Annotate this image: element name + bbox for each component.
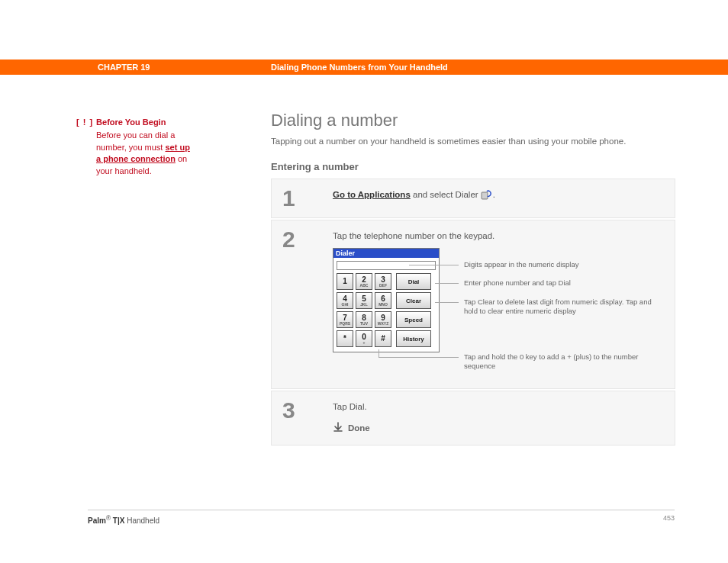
keypad-key-2[interactable]: 2ABC (356, 273, 372, 290)
main-content: Dialing a number Tapping out a number on… (271, 111, 675, 447)
dial-button[interactable]: Dial (396, 273, 431, 290)
done-arrow-icon (333, 422, 343, 434)
done-label: Done (348, 423, 370, 433)
clear-button[interactable]: Clear (396, 292, 431, 309)
callout-lead (378, 349, 379, 357)
callout-lead (435, 302, 459, 303)
byb-text: Before you can dial a number, you must s… (76, 130, 191, 177)
keypad-key-*[interactable]: * (337, 330, 353, 347)
footer-brand: Palm® T|X Handheld (88, 514, 159, 525)
speed-button[interactable]: Speed (396, 311, 431, 328)
callout-plus-key: Tap and hold the 0 key to add a + (plus)… (464, 352, 639, 372)
callout-lead (409, 265, 459, 265)
brand-name: Palm (88, 516, 106, 525)
chapter-label: CHAPTER 19 (98, 63, 150, 72)
step-2: 2 Tap the telephone number on the keypad… (271, 220, 675, 389)
callout-enter-number: Enter phone number and tap Dial (464, 278, 571, 288)
callout-digits-display: Digits appear in the numeric display (464, 260, 579, 269)
keypad-key-0[interactable]: 0+ (356, 330, 372, 347)
step-body: Go to Applications and select Dialer . (325, 179, 675, 217)
step-3: 3 Tap Dial. Done (271, 391, 675, 446)
step-number: 3 (272, 391, 325, 445)
dialer-screen: Dialer 12ABC3DEF4GHI5JKL6MNO7PQRS8TUV9WX… (333, 248, 440, 352)
numeric-display (337, 261, 436, 270)
before-you-begin-box: [ ! ]Before You Begin Before you can dia… (76, 117, 191, 177)
footer-divider (88, 510, 675, 510)
go-to-applications-link[interactable]: Go to Applications (333, 190, 411, 199)
chapter-header: CHAPTER 19 Dialing Phone Numbers from Yo… (0, 60, 728, 75)
keypad: 12ABC3DEF4GHI5JKL6MNO7PQRS8TUV9WXYZ*0+# (337, 273, 391, 347)
side-buttons: DialClearSpeedHistory (396, 273, 431, 347)
keypad-key-9[interactable]: 9WXYZ (375, 311, 391, 328)
svg-rect-0 (482, 192, 488, 199)
step2-text: Tap the telephone number on the keypad. (333, 231, 664, 240)
history-button[interactable]: History (396, 330, 431, 347)
brand-suffix: Handheld (124, 516, 159, 525)
alert-icon: [ ! ] (76, 117, 93, 128)
byb-label: Before You Begin (96, 117, 166, 127)
step1-text: and select Dialer (411, 190, 481, 199)
dialer-titlebar: Dialer (333, 249, 439, 258)
subheading: Entering a number (271, 161, 675, 172)
step-body: Tap Dial. Done (325, 391, 675, 445)
steps-list: 1 Go to Applications and select Dialer .… (271, 179, 675, 446)
chapter-title: Dialing Phone Numbers from Your Handheld (271, 63, 448, 72)
callout-lead (378, 357, 459, 358)
keypad-key-7[interactable]: 7PQRS (337, 311, 353, 328)
intro-paragraph: Tapping out a number on your handheld is… (271, 137, 675, 146)
callout-lead (435, 283, 459, 284)
keypad-key-6[interactable]: 6MNO (375, 292, 391, 309)
keypad-key-5[interactable]: 5JKL (356, 292, 372, 309)
dialer-app-icon (481, 190, 493, 201)
page-heading: Dialing a number (271, 111, 675, 130)
step-number: 2 (272, 220, 325, 388)
keypad-key-1[interactable]: 1 (337, 273, 353, 290)
step3-text: Tap Dial. (333, 402, 664, 411)
done-row: Done (333, 422, 664, 434)
callout-clear: Tap Clear to delete last digit from nume… (464, 298, 655, 317)
dialer-figure: Dialer 12ABC3DEF4GHI5JKL6MNO7PQRS8TUV9WX… (333, 248, 661, 378)
byb-text1: Before you can dial a number, you must (96, 130, 175, 151)
keypad-key-#[interactable]: # (375, 330, 391, 347)
before-you-begin-heading: [ ! ]Before You Begin (76, 117, 191, 128)
step-1: 1 Go to Applications and select Dialer . (271, 179, 675, 218)
keypad-key-4[interactable]: 4GHI (337, 292, 353, 309)
step-number: 1 (272, 179, 325, 217)
keypad-key-3[interactable]: 3DEF (375, 273, 391, 290)
keypad-key-8[interactable]: 8TUV (356, 311, 372, 328)
step-body: Tap the telephone number on the keypad. … (325, 220, 675, 388)
keypad-area: 12ABC3DEF4GHI5JKL6MNO7PQRS8TUV9WXYZ*0+# … (333, 273, 439, 352)
model-name: T|X (111, 516, 124, 525)
page-number: 453 (663, 514, 675, 522)
